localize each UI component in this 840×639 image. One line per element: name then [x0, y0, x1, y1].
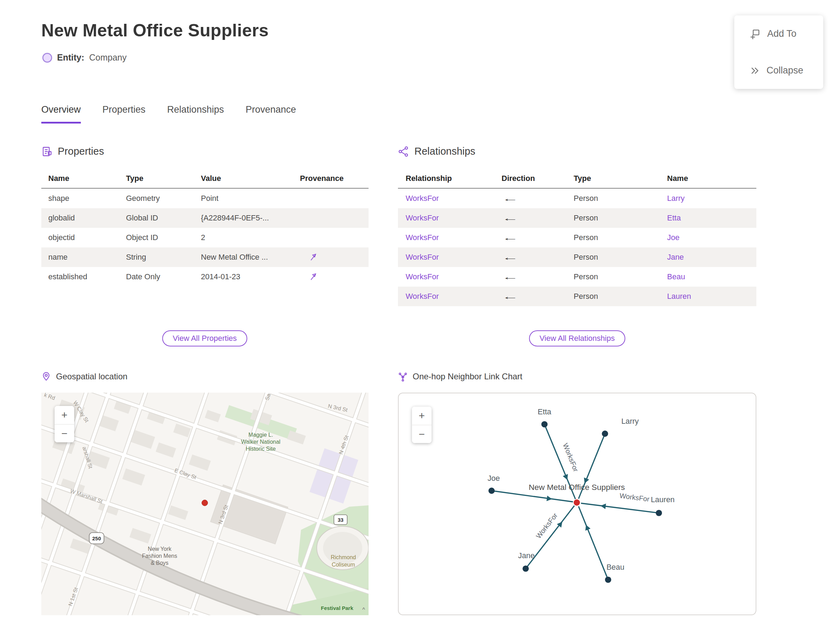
view-all-relationships-button[interactable]: View All Relationships — [529, 331, 625, 347]
col-header-type: Type — [126, 174, 201, 183]
zoom-out-button[interactable]: − — [55, 424, 74, 442]
geospatial-section-header: Geospatial location — [41, 372, 127, 381]
collapse-label: Collapse — [767, 65, 803, 76]
provenance-icon[interactable] — [309, 272, 318, 281]
tab-relationships[interactable]: Relationships — [167, 104, 224, 124]
svg-text:Fashion Mens: Fashion Mens — [142, 553, 177, 559]
node-center-entity[interactable] — [574, 499, 580, 505]
node-jane[interactable] — [523, 566, 529, 572]
node-larry[interactable] — [602, 431, 608, 437]
tab-overview[interactable]: Overview — [41, 104, 81, 124]
link-chart-section-header: One-hop Neighbor Link Chart — [398, 372, 523, 381]
table-row: WorksFor ← Person Lauren — [398, 287, 756, 306]
tab-provenance[interactable]: Provenance — [246, 104, 296, 124]
map-attribution-toggle[interactable]: ^ — [362, 607, 365, 613]
map-canvas[interactable]: 250 33 k Rd W Clay St Sa N 3rd St N 4th … — [41, 393, 369, 615]
svg-text:Beau: Beau — [606, 563, 624, 571]
table-row: WorksFor ← Person Etta — [398, 208, 756, 228]
properties-section-header: Properties — [41, 146, 104, 157]
direction-arrow: ← — [501, 194, 653, 203]
properties-table-header: Name Type Value Provenance — [41, 168, 369, 189]
link-chart-canvas[interactable]: WorksFor WorksFor WorksFor Etta Larry Jo… — [399, 393, 756, 615]
svg-text:Richmond: Richmond — [331, 554, 356, 560]
svg-text:WorksFor: WorksFor — [562, 442, 580, 473]
prop-name: globalid — [48, 213, 126, 223]
relationships-section-title: Relationships — [414, 146, 475, 157]
prop-value: {A228944F-0EF5-... — [201, 213, 300, 223]
relationship-link[interactable]: WorksFor — [406, 233, 501, 242]
rel-name-link[interactable]: Larry — [667, 194, 756, 203]
collapse-button[interactable]: Collapse — [734, 52, 823, 89]
add-to-button[interactable]: Add To — [734, 15, 823, 52]
svg-text:33: 33 — [338, 517, 344, 523]
map-zoom-control: + − — [55, 406, 74, 442]
svg-text:Maggie L.: Maggie L. — [248, 432, 273, 438]
col-header-type: Type — [574, 174, 667, 183]
node-lauren[interactable] — [656, 510, 662, 516]
node-etta[interactable] — [541, 421, 548, 427]
svg-text:WorksFor: WorksFor — [535, 511, 559, 540]
zoom-in-button[interactable]: + — [55, 406, 74, 424]
col-header-value: Value — [201, 174, 300, 183]
link-chart-icon — [398, 372, 408, 381]
prop-name: objectid — [48, 233, 126, 242]
relationship-link[interactable]: WorksFor — [406, 253, 501, 262]
prop-type: Object ID — [126, 233, 201, 242]
table-row: WorksFor ← Person Joe — [398, 228, 756, 247]
svg-text:Festival Park: Festival Park — [321, 605, 353, 611]
entity-type-value: Company — [89, 52, 127, 63]
center-node-label: New Metal Office Suppliers — [528, 483, 625, 492]
svg-text:Joe: Joe — [488, 474, 500, 483]
rel-name-link[interactable]: Lauren — [667, 292, 756, 301]
prop-value: 2 — [201, 233, 300, 242]
rel-name-link[interactable]: Joe — [667, 233, 756, 242]
map-pin-icon — [41, 372, 51, 381]
svg-text:Coliseum: Coliseum — [332, 562, 355, 567]
svg-text:Historic Site: Historic Site — [246, 446, 275, 452]
svg-text:Lauren: Lauren — [651, 495, 675, 504]
prop-type: Date Only — [126, 272, 201, 281]
zoom-in-button[interactable]: + — [412, 407, 431, 425]
table-row: name String New Metal Office ... — [41, 247, 369, 267]
node-joe[interactable] — [488, 488, 495, 494]
tab-bar: Overview Properties Relationships Proven… — [41, 104, 296, 124]
prop-value: 2014-01-23 — [201, 272, 300, 281]
entity-location-marker[interactable] — [202, 500, 208, 506]
relationships-icon — [398, 146, 409, 157]
col-header-provenance: Provenance — [300, 174, 369, 183]
collapse-icon — [750, 66, 759, 76]
entity-overview-page: New Metal Office Suppliers Entity: Compa… — [0, 0, 840, 639]
rel-name-link[interactable]: Jane — [667, 253, 756, 262]
col-header-direction: Direction — [501, 174, 574, 183]
svg-text:Etta: Etta — [538, 407, 552, 416]
view-all-properties-button[interactable]: View All Properties — [162, 331, 247, 347]
zoom-out-button[interactable]: − — [412, 425, 431, 443]
table-row: WorksFor ← Person Larry — [398, 189, 756, 208]
table-row: established Date Only 2014-01-23 — [41, 267, 369, 287]
relationships-section-header: Relationships — [398, 146, 475, 157]
relationships-table-body: WorksFor ← Person Larry WorksFor ← Perso… — [398, 189, 756, 306]
svg-text:& Boys: & Boys — [151, 560, 169, 566]
direction-arrow: ← — [501, 272, 653, 282]
entity-type-icon — [42, 53, 52, 63]
prop-name: shape — [48, 194, 126, 203]
relationship-link[interactable]: WorksFor — [406, 272, 501, 281]
entity-type-row: Entity: Company — [42, 52, 127, 63]
direction-arrow: ← — [501, 292, 653, 301]
relationship-link[interactable]: WorksFor — [406, 194, 501, 203]
tab-properties[interactable]: Properties — [103, 104, 146, 124]
table-row: WorksFor ← Person Jane — [398, 247, 756, 267]
node-beau[interactable] — [605, 577, 611, 583]
rel-name-link[interactable]: Etta — [667, 213, 756, 223]
relationship-link[interactable]: WorksFor — [406, 213, 501, 223]
provenance-icon[interactable] — [309, 253, 318, 262]
properties-table: Name Type Value Provenance shape Geometr… — [41, 168, 369, 287]
chart-zoom-control: + − — [412, 407, 431, 443]
add-to-icon — [750, 29, 760, 39]
relationship-link[interactable]: WorksFor — [406, 292, 501, 301]
geospatial-section-title: Geospatial location — [56, 372, 127, 381]
col-header-relationship: Relationship — [406, 174, 501, 183]
rel-name-link[interactable]: Beau — [667, 272, 756, 281]
prop-type: String — [126, 253, 201, 262]
direction-arrow: ← — [501, 213, 653, 223]
